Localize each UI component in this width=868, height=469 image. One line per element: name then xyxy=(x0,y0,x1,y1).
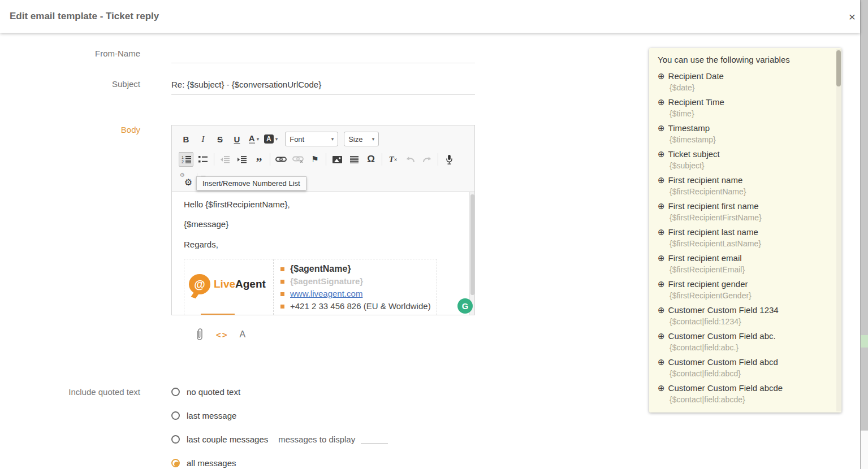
variable-item[interactable]: ⊕ Customer Custom Field abcd {$contact|f… xyxy=(658,357,827,379)
body-rich-text-editor: B I S U A ▾ A ▾ Font ▾ Size ▾ xyxy=(171,125,475,315)
insert-variable-icon[interactable]: ⊕ xyxy=(658,123,665,134)
radio-option[interactable]: last couple messages messages to display xyxy=(171,434,388,444)
chevron-down-icon: ▾ xyxy=(257,136,260,142)
variable-code: {$firstRecipientFirstName} xyxy=(658,212,827,223)
insert-variable-icon[interactable]: ⊕ xyxy=(658,305,665,316)
variable-item[interactable]: ⊕ Customer Custom Field abc. {$contact|f… xyxy=(658,331,827,353)
size-select[interactable]: Size ▾ xyxy=(344,132,379,146)
text-format-button[interactable]: A xyxy=(240,329,246,340)
undo-icon xyxy=(405,156,415,163)
editor-scrollbar[interactable] xyxy=(469,192,474,315)
variable-item[interactable]: ⊕ First recipient last name {$firstRecip… xyxy=(658,227,827,249)
variable-name: Ticket subject xyxy=(668,149,720,160)
insert-variable-icon[interactable]: ⊕ xyxy=(658,357,665,368)
insert-variable-icon[interactable]: ⊕ xyxy=(658,331,665,342)
mic-button[interactable] xyxy=(442,152,456,167)
variables-panel-title: You can use the following variables xyxy=(658,55,790,64)
strikethrough-button[interactable]: S xyxy=(213,132,227,146)
variable-code: {$contact|field:1234} xyxy=(658,316,827,327)
subject-input-value[interactable]: Re: {$subject} - {$conversationUrlCode} xyxy=(171,80,321,89)
radio-icon[interactable] xyxy=(171,435,180,444)
numbered-list-button[interactable]: 12 xyxy=(179,152,193,167)
paperclip-icon xyxy=(196,328,204,341)
increase-indent-button[interactable] xyxy=(235,152,249,167)
radio-icon[interactable] xyxy=(171,459,180,467)
redo-button[interactable] xyxy=(420,152,434,167)
text-block-button[interactable] xyxy=(347,152,361,167)
insert-variable-icon[interactable]: ⊕ xyxy=(658,97,665,108)
messages-to-display-input[interactable] xyxy=(361,435,388,444)
italic-button[interactable]: I xyxy=(196,132,210,146)
insert-variable-icon[interactable]: ⊕ xyxy=(658,383,665,394)
insert-variable-icon[interactable]: ⊕ xyxy=(658,253,665,264)
insert-variable-icon[interactable]: ⊕ xyxy=(658,175,665,186)
radio-option-label: last message xyxy=(187,411,236,420)
subject-label: Subject xyxy=(0,79,140,89)
signature-line: www.liveagent.com xyxy=(279,288,437,300)
variable-item[interactable]: ⊕ Timestamp {$timestamp} xyxy=(658,123,827,145)
variable-name: First recipient name xyxy=(668,175,743,186)
anchor-flag-button[interactable]: ⚑ xyxy=(308,152,322,167)
radio-option[interactable]: last message xyxy=(171,410,388,420)
radio-icon[interactable] xyxy=(171,411,180,420)
signature-line: +421 2 33 456 826 (EU & Worldwide) xyxy=(279,300,437,312)
from-name-input[interactable] xyxy=(171,63,475,63)
bold-button[interactable]: B xyxy=(179,132,193,146)
chevron-down-icon: ▾ xyxy=(275,136,278,142)
remove-format-button[interactable]: T× xyxy=(386,152,400,167)
blockquote-button[interactable]: ” xyxy=(252,152,266,167)
radio-option[interactable]: all messages xyxy=(171,458,388,468)
variable-name: Customer Custom Field abc. xyxy=(668,331,776,342)
toolbar-separator xyxy=(326,153,326,166)
insert-variable-icon[interactable]: ⊕ xyxy=(658,279,665,290)
insert-variable-icon[interactable]: ⊕ xyxy=(658,71,665,82)
toolbar-tooltip: Insert/Remove Numbered List xyxy=(196,176,306,190)
close-icon[interactable]: × xyxy=(845,10,860,24)
variable-code: {$firstRecipientLastName} xyxy=(658,238,827,249)
special-character-button[interactable]: Ω xyxy=(364,152,378,167)
background-color-button[interactable]: A ▾ xyxy=(264,132,278,146)
undo-button[interactable] xyxy=(403,152,417,167)
editor-scrollbar-thumb[interactable] xyxy=(470,194,474,295)
variables-panel-scrollbar[interactable] xyxy=(836,49,841,411)
unlink-button[interactable] xyxy=(291,152,305,167)
variable-name: Recipient Date xyxy=(668,71,724,82)
signature-line: +1 888 257 8754 (USA & Canada) xyxy=(279,312,437,315)
insert-variable-icon[interactable]: ⊕ xyxy=(658,201,665,212)
gear-button[interactable]: ⚙ ⚙ xyxy=(179,172,193,187)
chevron-down-icon: ▾ xyxy=(372,136,375,142)
variable-item[interactable]: ⊕ First recipient gender {$firstRecipien… xyxy=(658,279,827,301)
editor-content-area[interactable]: Hello {$firstRecipientName}, {$message} … xyxy=(172,192,474,315)
variable-item[interactable]: ⊕ Recipient Date {$date} xyxy=(658,71,827,93)
variable-item[interactable]: ⊕ First recipient name {$firstRecipientN… xyxy=(658,175,827,197)
insert-variable-icon[interactable]: ⊕ xyxy=(658,149,665,160)
radio-option[interactable]: no quoted text xyxy=(171,387,388,397)
underline-button[interactable]: U xyxy=(230,132,244,146)
font-select[interactable]: Font ▾ xyxy=(285,132,338,146)
insert-variable-icon[interactable]: ⊕ xyxy=(658,227,665,238)
toolbar-separator xyxy=(438,153,438,166)
variable-item[interactable]: ⊕ Customer Custom Field 1234 {$contact|f… xyxy=(658,305,827,327)
insert-image-button[interactable] xyxy=(330,152,344,167)
signature-line-text: {$agentSignature} xyxy=(290,275,363,288)
variable-name: Timestamp xyxy=(668,123,710,134)
code-view-button[interactable]: <> xyxy=(216,330,228,340)
variable-item[interactable]: ⊕ First recipient first name {$firstReci… xyxy=(658,201,827,223)
radio-icon[interactable] xyxy=(171,388,180,396)
radio-option-label: all messages xyxy=(187,458,236,468)
text-color-button[interactable]: A ▾ xyxy=(247,132,261,146)
variables-scrollbar-thumb[interactable] xyxy=(836,50,841,86)
variable-item[interactable]: ⊕ Recipient Time {$time} xyxy=(658,97,827,119)
decrease-indent-button[interactable] xyxy=(218,152,232,167)
variable-item[interactable]: ⊕ Customer Custom Field abcde {$contact|… xyxy=(658,383,827,405)
grammarly-badge[interactable]: G xyxy=(457,298,473,314)
link-button[interactable] xyxy=(274,152,288,167)
attachment-button[interactable] xyxy=(196,328,204,341)
increase-indent-icon xyxy=(237,156,247,163)
window-scrollbar[interactable] xyxy=(860,0,868,469)
variable-item[interactable]: ⊕ First recipient email {$firstRecipient… xyxy=(658,253,827,275)
variable-item[interactable]: ⊕ Ticket subject {$subject} xyxy=(658,149,827,171)
bulleted-list-button[interactable] xyxy=(196,152,210,167)
dialog-title: Edit email template - Ticket reply xyxy=(10,0,159,33)
bullet-square-icon xyxy=(280,280,284,284)
